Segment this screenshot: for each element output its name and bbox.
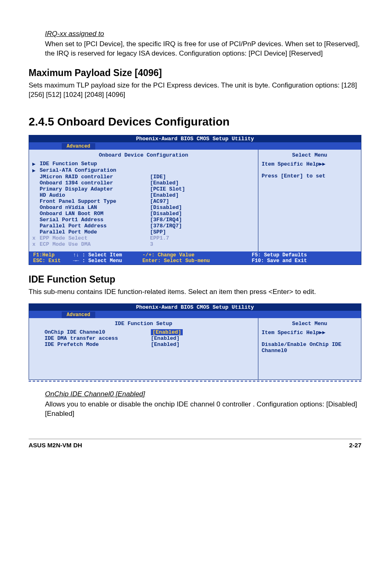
ide-text: This sub-menu contains IDE function-rela… xyxy=(29,287,361,297)
bios2-title: Phoenix-Award BIOS CMOS Setup Utility xyxy=(29,304,361,311)
bios-item-value[interactable]: 3 xyxy=(150,241,207,247)
bios-item-value[interactable]: [Enabled] xyxy=(151,335,208,341)
bios-item-label[interactable]: JMicron RAID controller xyxy=(40,174,150,180)
bios-item-value[interactable] xyxy=(150,161,207,167)
row-arrow: ▶ xyxy=(32,161,40,167)
bios-item-value[interactable] xyxy=(150,167,207,174)
bios-item-value[interactable]: [Enabled] xyxy=(151,329,208,335)
row-arrow xyxy=(32,174,40,180)
row-arrow xyxy=(32,186,40,192)
max-payload-text: Sets maximum TLP payload size for the PC… xyxy=(29,81,361,100)
bios-tabbar: Advanced xyxy=(29,142,361,150)
row-arrow: x xyxy=(32,241,40,247)
row-arrow xyxy=(32,217,40,223)
bios2-tab-advanced[interactable]: Advanced xyxy=(62,312,95,318)
bios-item-value[interactable]: [Enabled] xyxy=(150,180,207,186)
bios-item-label[interactable]: Serial Port1 Address xyxy=(40,217,150,223)
row-arrow xyxy=(32,223,40,229)
bios-item-value[interactable]: EPP1.7 xyxy=(150,235,207,241)
bios-item-value[interactable]: [Disabled] xyxy=(150,204,207,211)
bios-item-label[interactable]: IDE Prefetch Mode xyxy=(45,341,151,348)
section-heading: 2.4.5 Onboard Devices Configuration xyxy=(29,115,361,128)
bios-item-value[interactable]: [3F8/IRQ4] xyxy=(150,217,207,223)
bios-footer: F1:Help ↑↓ : Select Item ESC: Exit →← : … xyxy=(29,251,361,265)
panel1-header: Onboard Device Configuration xyxy=(32,152,255,158)
footer-right: 2-27 xyxy=(349,442,361,449)
bios-item-value[interactable]: [Disabled] xyxy=(150,211,207,217)
ide-heading: IDE Function Setup xyxy=(29,274,361,285)
bios2-tabbar: Advanced xyxy=(29,311,361,318)
row-arrow: x xyxy=(32,235,40,241)
bios-item-label[interactable]: Onboard LAN Boot ROM xyxy=(40,211,150,217)
onchip-text: Allows you to enable or disable the onch… xyxy=(45,400,361,419)
bios-item-value[interactable]: [Enabled] xyxy=(151,341,208,348)
row-arrow xyxy=(32,204,40,211)
bios-panel-ide: Phoenix-Award BIOS CMOS Setup Utility Ad… xyxy=(29,303,361,380)
footer-left: ASUS M2N-VM DH xyxy=(29,442,82,449)
bios-item-label[interactable]: Front Panel Support Type xyxy=(40,198,150,204)
row-arrow xyxy=(32,211,40,217)
bios-item-value[interactable]: [IDE] xyxy=(150,174,207,180)
select-menu-label-2: Select Menu xyxy=(262,321,358,327)
bios-item-label[interactable]: Parallel Port Mode xyxy=(40,229,150,235)
row-arrow xyxy=(32,180,40,186)
row-arrow: ▶ xyxy=(32,167,40,174)
bios-item-label[interactable]: IDE DMA transfer access xyxy=(45,335,151,341)
bios-title: Phoenix-Award BIOS CMOS Setup Utility xyxy=(29,135,361,142)
row-arrow xyxy=(32,192,40,198)
bios-panel-onboard: Phoenix-Award BIOS CMOS Setup Utility Ad… xyxy=(29,135,361,265)
bios-item-label[interactable]: OnChip IDE Channel0 xyxy=(45,329,151,335)
irq-title: IRQ-xx assigned to xyxy=(45,30,104,38)
panel1-help1: Item Specific Help▶▶ xyxy=(262,161,358,167)
row-arrow xyxy=(32,229,40,235)
bios-item-label[interactable]: Parallel Port Address xyxy=(40,223,150,229)
bios-item-label[interactable]: Onboard nVidia LAN xyxy=(40,204,150,211)
bios-item-label[interactable]: HD Audio xyxy=(40,192,150,198)
bios-item-label[interactable]: Primary Display Adapter xyxy=(40,186,150,192)
bios-item-value[interactable]: [SPP] xyxy=(150,229,207,235)
bios-item-label[interactable]: Serial-ATA Configuration xyxy=(40,167,150,174)
onchip-title: OnChip IDE Channel0 [Enabled] xyxy=(45,390,145,398)
select-menu-label: Select Menu xyxy=(262,152,358,158)
panel2-help1: Item Specific Help▶▶ xyxy=(262,329,358,336)
bios-item-label[interactable]: EPP Mode Select xyxy=(40,235,150,241)
bios-item-label[interactable]: ECP Mode Use DMA xyxy=(40,241,150,247)
max-payload-heading: Maximum Payload Size [4096] xyxy=(29,67,361,79)
irq-text: When set to [PCI Device], the specific I… xyxy=(45,40,361,58)
bios-item-value[interactable]: [378/IRQ7] xyxy=(150,223,207,229)
bios-item-label[interactable]: IDE Function Setup xyxy=(40,161,150,167)
bios-item-value[interactable]: [Enabled] xyxy=(150,192,207,198)
panel1-help2: Press [Enter] to set xyxy=(262,173,358,179)
panel2-header: IDE Function Setup xyxy=(32,321,255,327)
panel2-help2: Disable/Enable OnChip IDE Channel0 xyxy=(262,341,358,354)
bios-tab-advanced[interactable]: Advanced xyxy=(62,143,95,150)
bios-item-label[interactable]: Onboard 1394 controller xyxy=(40,180,150,186)
bios-item-value[interactable]: [PCIE Slot] xyxy=(150,186,207,192)
bios-item-value[interactable]: [AC97] xyxy=(150,198,207,204)
row-arrow xyxy=(32,198,40,204)
